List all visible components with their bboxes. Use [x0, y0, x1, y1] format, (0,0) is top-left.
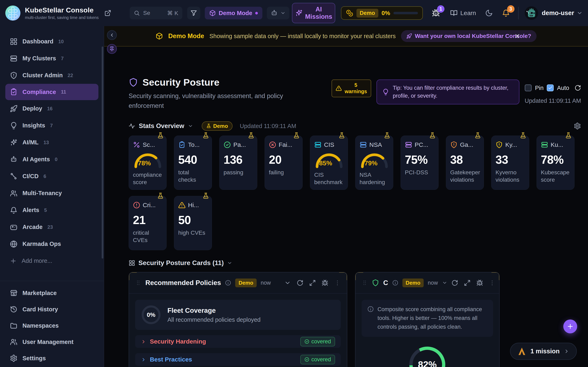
chevron-down-icon[interactable] — [188, 123, 193, 129]
expand-card-icon[interactable] — [309, 280, 316, 286]
sidebar-item-ai-agents[interactable]: AI Agents0 — [0, 151, 104, 168]
stats-updated: Updated 11:09:11 AM — [240, 123, 296, 129]
coverage-subtitle: All recommended policies deployed — [167, 317, 260, 323]
sidebar-item-my-clusters[interactable]: My Clusters7 — [0, 50, 104, 67]
stat-card-passing[interactable]: Pa...136passing — [219, 136, 257, 190]
users-icon — [10, 338, 17, 346]
alert-triangle-icon — [178, 201, 186, 209]
stat-card-gatekeeper-violations[interactable]: Ga...38Gatekeeper violations — [446, 136, 484, 190]
book-icon — [450, 9, 458, 17]
chevron-down-icon[interactable] — [227, 260, 232, 266]
refresh-button[interactable] — [575, 85, 581, 91]
stat-card-kyverno-violations[interactable]: Ky...33Kyverno violations — [491, 136, 529, 190]
cards-section-title[interactable]: Security Posture Cards (11) — [138, 259, 224, 267]
sidebar-item-deploy[interactable]: Deploy16 — [0, 100, 104, 117]
sidebar-item-namespaces[interactable]: Namespaces — [0, 317, 104, 334]
score-info-text: Composite score combining all compliance… — [378, 305, 487, 332]
stat-value: 85% — [319, 159, 332, 167]
sidebar-item-card-history[interactable]: Card History — [0, 301, 104, 317]
filter-button[interactable] — [187, 7, 200, 19]
sidebar-item-ai-ml[interactable]: AI/ML13 — [0, 134, 104, 151]
mission-count-label: 1 mission — [530, 348, 560, 355]
time-range-chevron[interactable] — [442, 280, 447, 285]
auto-checkbox[interactable] — [547, 84, 554, 91]
demo-flask-icon — [474, 132, 481, 139]
sidebar-item-insights[interactable]: Insights7 — [0, 117, 104, 134]
theme-toggle[interactable] — [485, 9, 493, 17]
demo-flask-icon — [429, 132, 436, 139]
demo-mode-toggle[interactable]: Demo Mode — [205, 7, 262, 19]
sidebar-item-ci-cd[interactable]: CI/CD6 — [0, 168, 104, 185]
banner-message: Showing sample data only — install local… — [209, 33, 396, 40]
user-menu-chevron-icon[interactable] — [577, 10, 583, 16]
collapse-sidebar-button[interactable] — [107, 30, 117, 40]
pin-checkbox[interactable] — [525, 84, 532, 91]
stat-card-critical-cves[interactable]: Cri...21critical CVEs — [129, 196, 167, 250]
sidebar-item-multi-tenancy[interactable]: Multi-Tenancy — [0, 185, 104, 202]
external-link-icon[interactable] — [104, 9, 111, 17]
demo-pin-badge[interactable] — [107, 44, 117, 54]
search-value: Se — [143, 10, 150, 16]
sidebar-item-settings[interactable]: Settings — [0, 350, 104, 366]
debug-card-icon[interactable] — [321, 280, 328, 286]
learn-link[interactable]: Learn — [450, 9, 476, 17]
gamepad-icon — [10, 223, 17, 231]
sidebar-item-user-management[interactable]: User Management — [0, 334, 104, 350]
item-count: 0 — [55, 157, 57, 162]
refresh-card-icon[interactable] — [297, 280, 303, 286]
cube-icon — [209, 10, 216, 16]
info-icon[interactable] — [225, 280, 231, 286]
debug-button[interactable]: 1 — [432, 9, 440, 17]
warnings-badge[interactable]: 5 warnings — [332, 80, 371, 97]
search-input[interactable]: Se ⌘ K — [130, 7, 182, 19]
sidebar-item-compliance[interactable]: Compliance11 — [5, 84, 98, 100]
stat-card-pci-dss[interactable]: PC...75%PCI-DSS — [401, 136, 439, 190]
info-icon[interactable] — [392, 280, 398, 286]
sidebar-item-dashboard[interactable]: Dashboard10 — [0, 33, 104, 50]
ai-missions-button[interactable]: AI Missions — [292, 3, 335, 23]
sidebar-item-alerts[interactable]: Alerts5 — [0, 202, 104, 218]
item-count: 11 — [61, 89, 66, 95]
card-corner-accent — [355, 272, 363, 280]
sidebar-item-arcade[interactable]: Arcade23 — [0, 218, 104, 235]
add-card-fab[interactable] — [563, 319, 577, 333]
debug-card-icon[interactable] — [476, 280, 483, 286]
stats-settings-button[interactable] — [574, 122, 581, 130]
refresh-card-icon[interactable] — [451, 280, 458, 286]
agent-dropdown[interactable] — [267, 7, 289, 19]
stat-value: 540 — [178, 153, 208, 166]
stat-card-kubescape-score[interactable]: Ku...78%Kubescape score — [536, 136, 575, 190]
card-menu-icon[interactable] — [489, 280, 495, 286]
stat-title: Pa... — [233, 141, 246, 148]
stat-card-nsa-hardening[interactable]: NSA79%NSA hardening — [355, 136, 393, 190]
sidebar-add-more[interactable]: Add more... — [0, 252, 104, 269]
x-circle-icon — [269, 141, 276, 149]
card-menu-icon[interactable] — [334, 280, 341, 286]
lightbulb-icon — [382, 89, 389, 95]
sidebar-item-marketplace[interactable]: Marketplace — [0, 285, 104, 301]
stat-card-total-checks[interactable]: To...540total checks — [174, 136, 212, 190]
moon-icon — [485, 9, 493, 17]
card-corner-accent — [492, 272, 500, 280]
token-usage-pill[interactable]: Demo 0% — [341, 6, 423, 20]
pin-label: Pin — [535, 85, 544, 91]
stat-card-high-cves[interactable]: Hi...50high CVEs — [174, 196, 212, 250]
drag-handle[interactable] — [135, 280, 141, 286]
sidebar-item-karmada-ops[interactable]: Karmada Ops — [0, 235, 104, 252]
sidebar-item-cluster-admin[interactable]: Cluster Admin22 — [0, 67, 104, 84]
notifications-button[interactable]: 3 — [502, 9, 510, 17]
avatar[interactable] — [525, 6, 538, 20]
stat-card-failing[interactable]: Fai...20failing — [265, 136, 303, 190]
stat-value: 78% — [541, 153, 570, 166]
drag-handle[interactable] — [362, 280, 368, 286]
stat-card-cis-benchmark[interactable]: CIS85%CIS benchmark — [310, 136, 348, 190]
expand-card-icon[interactable] — [464, 280, 471, 286]
policy-row-security-hardening[interactable]: Security Hardeningcovered — [135, 335, 341, 348]
stats-overview-dropdown[interactable]: Stats Overview — [139, 122, 184, 130]
collapse-card-icon[interactable] — [284, 280, 291, 286]
stat-card-compliance-score[interactable]: Sc...78%compliance score — [129, 136, 167, 190]
banner-close-icon[interactable] — [514, 33, 521, 39]
sidebar-scrollbar[interactable] — [102, 47, 103, 259]
policy-row-best-practices[interactable]: Best Practicescovered — [135, 353, 341, 366]
missions-pill[interactable]: 1 mission — [510, 343, 577, 360]
